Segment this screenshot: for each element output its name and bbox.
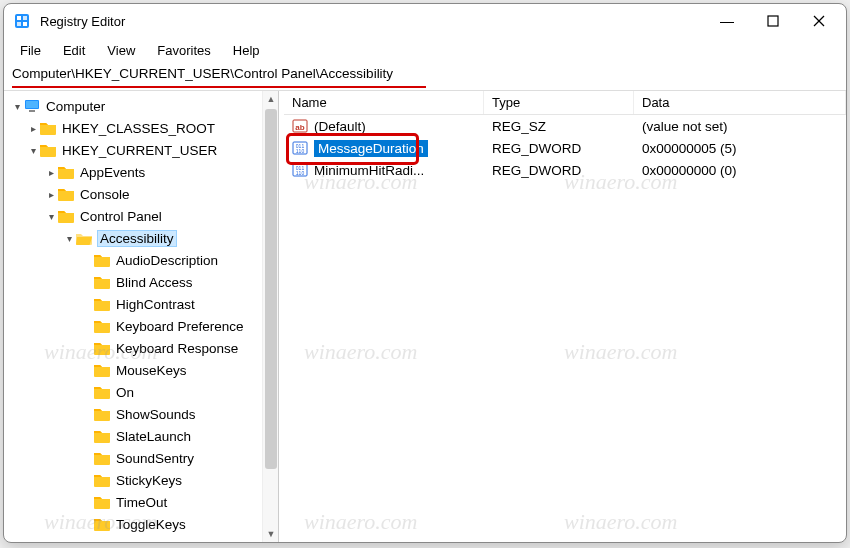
computer-icon xyxy=(24,99,40,113)
folder-icon xyxy=(94,363,110,377)
chevron-down-icon[interactable]: ▾ xyxy=(26,144,40,156)
folder-icon xyxy=(58,187,74,201)
menu-file[interactable]: File xyxy=(10,41,51,60)
dword-value-icon: 011110 xyxy=(292,162,308,178)
folder-icon xyxy=(94,297,110,311)
tree-key-slatelaunch[interactable]: ▸SlateLaunch xyxy=(4,425,278,447)
tree-key-on[interactable]: ▸On xyxy=(4,381,278,403)
tree-scrollbar[interactable]: ▲ ▼ xyxy=(262,91,278,542)
close-icon xyxy=(813,15,825,27)
folder-icon xyxy=(94,429,110,443)
window-title: Registry Editor xyxy=(40,14,125,29)
chevron-right-icon[interactable]: ▸ xyxy=(44,166,58,178)
folder-icon xyxy=(94,385,110,399)
regedit-app-icon xyxy=(14,13,30,29)
value-row[interactable]: 011110MessageDurationREG_DWORD0x00000005… xyxy=(284,137,846,159)
folder-icon xyxy=(94,275,110,289)
column-header-data[interactable]: Data xyxy=(634,91,846,114)
value-name: (Default) xyxy=(314,119,366,134)
scroll-down-icon[interactable]: ▼ xyxy=(263,526,279,542)
folder-icon xyxy=(94,517,110,531)
tree-key-highcontrast[interactable]: ▸HighContrast xyxy=(4,293,278,315)
folder-open-icon xyxy=(76,231,92,245)
registry-editor-window: Registry Editor — File Edit View Favorit… xyxy=(3,3,847,543)
folder-open-icon xyxy=(40,143,56,157)
folder-icon xyxy=(58,165,74,179)
svg-rect-3 xyxy=(17,22,21,26)
close-button[interactable] xyxy=(796,6,842,36)
tree-key-togglekeys[interactable]: ▸ToggleKeys xyxy=(4,513,278,535)
svg-rect-5 xyxy=(768,16,778,26)
tree-key-blind-access[interactable]: ▸Blind Access xyxy=(4,271,278,293)
chevron-right-icon[interactable]: ▸ xyxy=(26,122,40,134)
chevron-right-icon[interactable]: ▸ xyxy=(44,188,58,200)
maximize-icon xyxy=(767,15,779,27)
tree-key-controlpanel[interactable]: ▾ Control Panel xyxy=(4,205,278,227)
value-type: REG_DWORD xyxy=(484,141,634,156)
tree-key-stickykeys[interactable]: ▸StickyKeys xyxy=(4,469,278,491)
address-highlight-annotation xyxy=(12,86,426,88)
tree-key-keyboard-response[interactable]: ▸Keyboard Response xyxy=(4,337,278,359)
value-data: 0x00000000 (0) xyxy=(634,163,846,178)
svg-text:ab: ab xyxy=(295,123,304,132)
list-header: Name Type Data xyxy=(284,91,846,115)
folder-icon xyxy=(94,473,110,487)
folder-icon xyxy=(94,407,110,421)
tree-key-appevents[interactable]: ▸ AppEvents xyxy=(4,161,278,183)
menu-help[interactable]: Help xyxy=(223,41,270,60)
address-path: Computer\HKEY_CURRENT_USER\Control Panel… xyxy=(12,66,393,81)
value-data: (value not set) xyxy=(634,119,846,134)
value-data: 0x00000005 (5) xyxy=(634,141,846,156)
menubar: File Edit View Favorites Help xyxy=(4,38,846,62)
tree-key-keyboard-preference[interactable]: ▸Keyboard Preference xyxy=(4,315,278,337)
dword-value-icon: 011110 xyxy=(292,140,308,156)
value-row[interactable]: ab(Default)REG_SZ(value not set) xyxy=(284,115,846,137)
svg-text:110: 110 xyxy=(296,170,305,176)
tree-key-showsounds[interactable]: ▸ShowSounds xyxy=(4,403,278,425)
value-type: REG_DWORD xyxy=(484,163,634,178)
svg-rect-10 xyxy=(29,110,35,112)
tree-key-soundsentry[interactable]: ▸SoundSentry xyxy=(4,447,278,469)
tree-key-timeout[interactable]: ▸TimeOut xyxy=(4,491,278,513)
menu-edit[interactable]: Edit xyxy=(53,41,95,60)
maximize-button[interactable] xyxy=(750,6,796,36)
value-row[interactable]: 011110MinimumHitRadi...REG_DWORD0x000000… xyxy=(284,159,846,181)
folder-icon xyxy=(58,209,74,223)
value-name: MessageDuration xyxy=(314,140,428,157)
svg-rect-9 xyxy=(26,101,38,108)
svg-rect-1 xyxy=(17,16,21,20)
values-rows: ab(Default)REG_SZ(value not set)011110Me… xyxy=(284,115,846,181)
tree-key-audiodescription[interactable]: ▸AudioDescription xyxy=(4,249,278,271)
tree-root[interactable]: ▾ Computer xyxy=(4,95,278,117)
chevron-down-icon[interactable]: ▾ xyxy=(44,210,58,222)
column-header-type[interactable]: Type xyxy=(484,91,634,114)
chevron-down-icon[interactable]: ▾ xyxy=(62,232,76,244)
menu-favorites[interactable]: Favorites xyxy=(147,41,220,60)
string-value-icon: ab xyxy=(292,118,308,134)
scroll-up-icon[interactable]: ▲ xyxy=(263,91,279,107)
svg-rect-2 xyxy=(23,16,27,20)
svg-rect-4 xyxy=(23,22,27,26)
folder-icon xyxy=(40,121,56,135)
titlebar[interactable]: Registry Editor — xyxy=(4,4,846,38)
content-area: ▾ Computer ▸ HKEY_CLASSES_ROOT ▾ HKEY_CU… xyxy=(4,91,846,542)
address-bar[interactable]: Computer\HKEY_CURRENT_USER\Control Panel… xyxy=(4,62,846,86)
value-name: MinimumHitRadi... xyxy=(314,163,424,178)
svg-text:110: 110 xyxy=(296,148,305,154)
folder-icon xyxy=(94,451,110,465)
tree-key-accessibility[interactable]: ▾ Accessibility xyxy=(4,227,278,249)
tree-hive-hkcr[interactable]: ▸ HKEY_CLASSES_ROOT xyxy=(4,117,278,139)
tree-key-console[interactable]: ▸ Console xyxy=(4,183,278,205)
minimize-button[interactable]: — xyxy=(704,6,750,36)
folder-icon xyxy=(94,341,110,355)
scrollbar-thumb[interactable] xyxy=(265,109,277,469)
tree-hive-hkcu[interactable]: ▾ HKEY_CURRENT_USER xyxy=(4,139,278,161)
chevron-down-icon[interactable]: ▾ xyxy=(10,100,24,112)
folder-icon xyxy=(94,253,110,267)
menu-view[interactable]: View xyxy=(97,41,145,60)
folder-icon xyxy=(94,495,110,509)
tree-key-mousekeys[interactable]: ▸MouseKeys xyxy=(4,359,278,381)
registry-tree[interactable]: ▾ Computer ▸ HKEY_CLASSES_ROOT ▾ HKEY_CU… xyxy=(4,91,279,542)
column-header-name[interactable]: Name xyxy=(284,91,484,114)
values-pane: Name Type Data ab(Default)REG_SZ(value n… xyxy=(284,91,846,542)
